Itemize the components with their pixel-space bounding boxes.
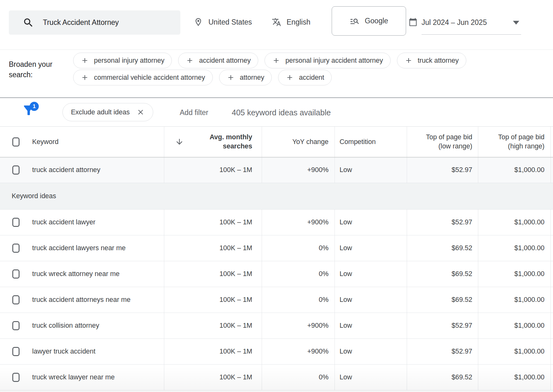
- competition-cell: Low: [335, 210, 407, 235]
- broaden-keyword-chip[interactable]: commercial vehicle accident attorney: [73, 70, 213, 85]
- chip-label: personal injury attorney: [94, 57, 164, 65]
- top-bid-high-cell: $1,000.00: [478, 235, 550, 261]
- table-row: truck wreck attorney near me 100K – 1M 0…: [0, 261, 553, 287]
- table-row: truck wreck lawyer near me 100K – 1M 0% …: [0, 365, 553, 390]
- avg-monthly-searches-cell: 100K – 1M: [164, 365, 262, 390]
- select-all-checkbox[interactable]: [12, 137, 20, 147]
- avg-monthly-searches-cell: 100K – 1M: [164, 157, 262, 183]
- chip-label: commercial vehicle accident attorney: [94, 74, 205, 82]
- row-checkbox[interactable]: [12, 295, 20, 304]
- caret-down-icon: [513, 21, 519, 25]
- close-icon[interactable]: [137, 108, 145, 116]
- header-bid-low-cell[interactable]: Top of page bid (low range): [407, 127, 478, 157]
- row-filler-cell: [550, 157, 553, 183]
- network-search-icon: [350, 16, 360, 26]
- broaden-keyword-chip[interactable]: attorney: [219, 70, 272, 85]
- competition-cell: Low: [335, 365, 407, 390]
- location-selector[interactable]: United States: [194, 14, 252, 30]
- search-value: Truck Accident Attorney: [43, 18, 119, 27]
- date-range-selector[interactable]: Jul 2024 – Jun 2025: [409, 12, 521, 35]
- broaden-keyword-chip[interactable]: personal injury accident attorney: [265, 53, 391, 68]
- header-yoy-cell[interactable]: YoY change: [262, 127, 335, 157]
- calendar-icon: [409, 18, 417, 26]
- plus-icon: [286, 73, 294, 82]
- plus-icon: [405, 56, 413, 65]
- translate-icon: [272, 17, 281, 27]
- row-filler-cell: [550, 210, 553, 235]
- plus-icon: [272, 56, 280, 65]
- broaden-keyword-chip[interactable]: personal injury attorney: [73, 53, 172, 68]
- header-bid-high-label: Top of page bid (high range): [497, 133, 544, 151]
- keyword-cell: truck accident lawyers near me: [0, 235, 164, 261]
- top-bid-low-cell: $52.97: [407, 313, 478, 338]
- top-toolbar: Truck Accident Attorney United States En…: [0, 0, 553, 50]
- yoy-change-cell: 0%: [262, 235, 335, 261]
- yoy-change-cell: 0%: [262, 287, 335, 313]
- header-yoy-label: YoY change: [292, 138, 329, 146]
- keyword-cell: truck wreck lawyer near me: [0, 365, 164, 390]
- row-checkbox[interactable]: [12, 244, 20, 253]
- avg-monthly-searches-cell: 100K – 1M: [164, 313, 262, 338]
- row-filler-cell: [550, 287, 553, 313]
- active-filter-chip[interactable]: Exclude adult ideas: [62, 103, 153, 121]
- table-row: lawyer truck accident 100K – 1M +900% Lo…: [0, 339, 553, 365]
- top-bid-low-cell: $69.52: [407, 235, 478, 261]
- plus-icon: [81, 73, 89, 82]
- keyword-cell: lawyer truck accident: [0, 339, 164, 364]
- header-competition-cell[interactable]: Competition: [335, 127, 407, 157]
- location-pin-icon: [194, 17, 203, 27]
- sort-down-icon[interactable]: [175, 137, 184, 146]
- keyword-text: truck accident attorneys near me: [32, 296, 131, 304]
- top-bid-high-cell: $1,000.00: [478, 210, 550, 235]
- seed-keyword-row: truck accident attorney 100K – 1M +900% …: [0, 157, 553, 183]
- row-checkbox[interactable]: [12, 218, 20, 227]
- row-checkbox[interactable]: [12, 269, 20, 279]
- top-bid-high-cell: $1,000.00: [478, 157, 550, 183]
- broaden-keyword-chip[interactable]: accident: [278, 70, 332, 85]
- broaden-chips: personal injury attorney accident attorn…: [73, 53, 533, 85]
- keyword-planner-page: Truck Accident Attorney United States En…: [0, 0, 553, 392]
- row-checkbox[interactable]: [12, 373, 20, 382]
- avg-monthly-searches-cell: 100K – 1M: [164, 261, 262, 287]
- competition-cell: Low: [335, 287, 407, 313]
- broaden-keyword-chip[interactable]: truck attorney: [397, 53, 466, 68]
- table-row: truck accident attorneys near me 100K – …: [0, 287, 553, 313]
- yoy-change-cell: +900%: [262, 313, 335, 338]
- keyword-ideas-section-label: Keyword ideas: [0, 192, 56, 200]
- network-label: Google: [365, 17, 388, 25]
- plus-icon: [81, 56, 89, 65]
- top-bid-low-cell: $52.97: [407, 339, 478, 364]
- keyword-search-input[interactable]: Truck Accident Attorney: [9, 10, 180, 35]
- header-filler-cell: [550, 127, 553, 157]
- row-checkbox[interactable]: [12, 321, 20, 330]
- top-bid-high-cell: $1,000.00: [478, 261, 550, 287]
- header-bid-low-label: Top of page bid (low range): [425, 133, 472, 151]
- header-keyword-cell[interactable]: Keyword: [0, 127, 164, 157]
- keyword-text: lawyer truck accident: [32, 348, 96, 355]
- keyword-cell: truck wreck attorney near me: [0, 261, 164, 287]
- keyword-text: truck wreck attorney near me: [32, 270, 119, 278]
- filter-button[interactable]: 1: [21, 103, 44, 122]
- header-avg-searches-label: Avg. monthly searches: [205, 133, 252, 151]
- language-selector[interactable]: English: [272, 14, 310, 30]
- avg-monthly-searches-cell: 100K – 1M: [164, 287, 262, 313]
- table-row: truck accident lawyers near me 100K – 1M…: [0, 235, 553, 261]
- top-bid-low-cell: $69.52: [407, 261, 478, 287]
- row-checkbox[interactable]: [12, 165, 20, 175]
- row-filler-cell: [550, 261, 553, 287]
- keyword-cell: truck accident attorneys near me: [0, 287, 164, 313]
- search-icon: [23, 17, 34, 28]
- header-avg-searches-cell[interactable]: Avg. monthly searches: [164, 127, 262, 157]
- keyword-text: truck wreck lawyer near me: [32, 373, 115, 381]
- add-filter-button[interactable]: Add filter: [180, 98, 208, 127]
- top-bid-low-cell: $52.97: [407, 210, 478, 235]
- row-checkbox[interactable]: [12, 347, 20, 356]
- top-bid-low-cell: $52.97: [407, 157, 478, 183]
- broaden-keyword-chip[interactable]: accident attorney: [178, 53, 258, 68]
- yoy-change-cell: +900%: [262, 339, 335, 364]
- keyword-cell: truck accident lawyer: [0, 210, 164, 235]
- competition-cell: Low: [335, 313, 407, 338]
- network-selector[interactable]: Google: [332, 6, 406, 36]
- header-bid-high-cell[interactable]: Top of page bid (high range): [478, 127, 550, 157]
- language-label: English: [287, 18, 310, 26]
